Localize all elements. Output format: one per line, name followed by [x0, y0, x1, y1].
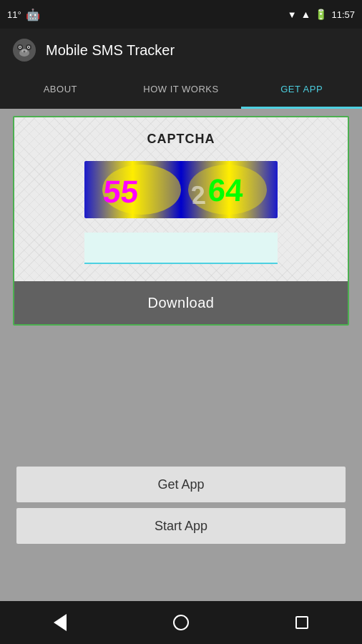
- captcha-title: CAPTCHA: [147, 132, 215, 147]
- svg-text:55: 55: [102, 174, 140, 209]
- start-app-button[interactable]: Start App: [16, 508, 346, 544]
- captcha-svg: 55 2 64: [84, 161, 278, 218]
- svg-text:64: 64: [207, 172, 245, 208]
- modal-body: CAPTCHA: [14, 117, 348, 281]
- status-right: ▼ ▲ 🔋 11:57: [288, 9, 355, 20]
- captcha-image: 55 2 64: [84, 161, 278, 218]
- clock: 11:57: [331, 9, 355, 20]
- bg-buttons: Get App Start App: [0, 467, 362, 544]
- tab-about[interactable]: ABOUT: [0, 72, 121, 109]
- wifi-icon: ▼: [288, 9, 297, 20]
- captcha-input-wrapper: [84, 233, 278, 264]
- get-app-button[interactable]: Get App: [16, 467, 346, 502]
- home-button[interactable]: [173, 615, 189, 630]
- app-logo: [11, 37, 37, 63]
- tab-get-app[interactable]: GET APP: [241, 72, 362, 109]
- status-bar: 11° 🤖 ▼ ▲ 🔋 11:57: [0, 0, 362, 29]
- svg-point-9: [24, 51, 26, 53]
- svg-point-7: [28, 47, 29, 48]
- android-icon: 🤖: [26, 8, 40, 21]
- temperature: 11°: [7, 9, 21, 20]
- app-bar: Mobile SMS Tracker: [0, 29, 362, 72]
- captcha-input[interactable]: [84, 233, 278, 264]
- tab-bar: ABOUT HOW IT WORKS GET APP: [0, 72, 362, 109]
- svg-point-6: [19, 47, 21, 48]
- app-title: Mobile SMS Tracker: [46, 42, 175, 59]
- battery-icon: 🔋: [315, 9, 327, 20]
- tab-how-it-works[interactable]: HOW IT WORKS: [121, 72, 242, 109]
- bottom-nav: [0, 601, 362, 644]
- svg-text:2: 2: [190, 180, 207, 210]
- main-content: Get App CAPTCHA: [0, 109, 362, 601]
- download-btn-wrapper: Download: [14, 281, 348, 324]
- captcha-modal: CAPTCHA: [13, 116, 349, 326]
- back-button[interactable]: [54, 614, 67, 631]
- signal-icon: ▲: [301, 9, 311, 20]
- status-left: 11° 🤖: [7, 8, 40, 21]
- download-button[interactable]: Download: [14, 281, 348, 324]
- recents-button[interactable]: [295, 616, 308, 629]
